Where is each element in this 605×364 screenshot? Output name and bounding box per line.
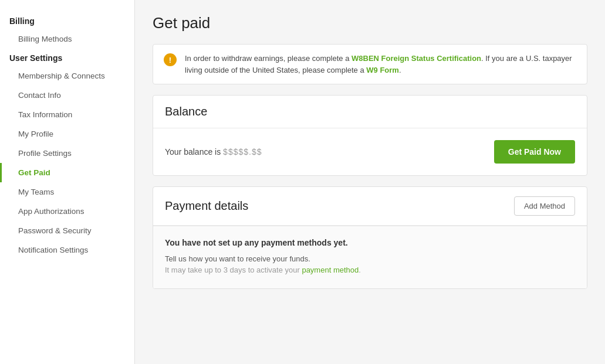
balance-card: Balance Your balance is $$$$$.$$ Get Pai… [153, 95, 587, 176]
payment-details-title: Payment details [165, 199, 248, 213]
payment-details-body: You have not set up any payment methods … [153, 226, 587, 288]
balance-section-title: Balance [165, 105, 207, 118]
sidebar-item-password-security[interactable]: Password & Security [0, 221, 134, 240]
sidebar-item-billing-methods[interactable]: Billing Methods [0, 29, 134, 49]
sidebar: Billing Billing Methods User Settings Me… [0, 0, 135, 364]
sidebar-item-tax-information[interactable]: Tax Information [0, 105, 134, 124]
sidebar-item-profile-settings[interactable]: Profile Settings [0, 144, 134, 163]
sidebar-user-settings-section: User Settings [0, 49, 134, 66]
balance-label: Your balance is $$$$$.$$ [165, 147, 262, 157]
sidebar-item-notification-settings[interactable]: Notification Settings [0, 240, 134, 260]
sidebar-item-membership-connects[interactable]: Membership & Connects [0, 66, 134, 86]
sidebar-item-get-paid[interactable]: Get Paid [0, 163, 134, 182]
get-paid-now-button[interactable]: Get Paid Now [494, 140, 575, 164]
add-method-button[interactable]: Add Method [514, 196, 575, 216]
payment-note-after: . [359, 266, 361, 274]
payment-method-link[interactable]: payment method [302, 266, 359, 274]
sidebar-item-my-profile[interactable]: My Profile [0, 124, 134, 144]
balance-card-header: Balance [153, 96, 587, 128]
main-content: Get paid ! In order to withdraw earnings… [135, 0, 605, 364]
alert-link-w8ben[interactable]: W8BEN Foreign Status Certification [351, 54, 481, 63]
payment-empty-title: You have not set up any payment methods … [165, 238, 575, 247]
page-title: Get paid [153, 14, 587, 32]
payment-details-card-header: Payment details Add Method [153, 187, 587, 226]
alert-link-w9[interactable]: W9 Form [366, 66, 399, 74]
alert-icon: ! [164, 53, 177, 66]
sidebar-item-my-teams[interactable]: My Teams [0, 182, 134, 202]
payment-instruction: Tell us how you want to receive your fun… [165, 254, 575, 263]
payment-details-card: Payment details Add Method You have not … [153, 186, 587, 289]
alert-text-after: . [399, 66, 401, 74]
alert-text-before: In order to withdraw earnings, please co… [185, 54, 351, 63]
alert-banner: ! In order to withdraw earnings, please … [153, 44, 587, 84]
alert-text: In order to withdraw earnings, please co… [185, 53, 576, 76]
payment-note: It may take up to 3 days to activate you… [165, 266, 575, 274]
sidebar-item-contact-info[interactable]: Contact Info [0, 86, 134, 105]
payment-note-before: It may take up to 3 days to activate you… [165, 266, 302, 274]
balance-amount: $$$$$.$$ [223, 147, 262, 157]
balance-card-body: Your balance is $$$$$.$$ Get Paid Now [153, 128, 587, 175]
sidebar-item-app-authorizations[interactable]: App Authorizations [0, 202, 134, 221]
sidebar-billing-section: Billing [0, 12, 134, 29]
